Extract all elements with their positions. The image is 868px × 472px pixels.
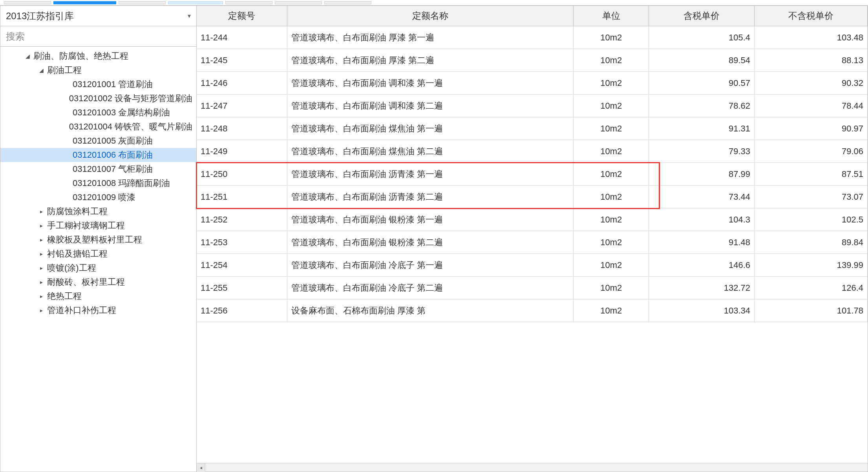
cell-unit: 10m2 — [574, 299, 649, 322]
search-input[interactable]: 搜索 — [0, 26, 196, 47]
category-tree[interactable]: ◢ 刷油、防腐蚀、绝热工程 ◢ 刷油工程 031201001 管道刷油03120… — [0, 47, 196, 472]
table-scroll[interactable]: 定额号 定额名称 单位 含税单价 不含税单价 11-244管道玻璃布、白布面刷油… — [197, 6, 868, 463]
top-tab-active[interactable] — [53, 1, 116, 4]
cell-price-tax: 90.57 — [649, 72, 755, 95]
tree-leaf-031201005[interactable]: 031201005 灰面刷油 — [0, 134, 196, 148]
tree-leaf-031201004[interactable]: 031201004 铸铁管、暖气片刷油 — [0, 120, 196, 134]
cell-name: 管道玻璃布、白布面刷油 冷底子 第一遍 — [287, 254, 573, 277]
col-header-price-notax[interactable]: 不含税单价 — [755, 6, 868, 26]
cell-unit: 10m2 — [574, 186, 649, 208]
col-header-unit[interactable]: 单位 — [574, 6, 649, 26]
table-row[interactable]: 11-250管道玻璃布、白布面刷油 沥青漆 第一遍10m287.9987.51 — [197, 163, 868, 186]
tree-node-collapsed[interactable]: ▸衬铅及搪铅工程 — [0, 247, 196, 261]
table-row[interactable]: 11-244管道玻璃布、白布面刷油 厚漆 第一遍10m2105.4103.48 — [197, 26, 868, 49]
expand-icon[interactable]: ▸ — [38, 293, 45, 299]
cell-code: 11-251 — [197, 186, 287, 208]
tree-node-collapsed[interactable]: ▸耐酸砖、板衬里工程 — [0, 275, 196, 289]
tree-leaf-label: 031201009 喷漆 — [73, 191, 135, 203]
tree-node-collapsed[interactable]: ▸橡胶板及塑料板衬里工程 — [0, 233, 196, 247]
collapse-icon[interactable]: ◢ — [38, 67, 45, 73]
cell-name: 管道玻璃布、白布面刷油 调和漆 第一遍 — [287, 72, 573, 95]
cell-price-notax: 78.44 — [755, 95, 868, 117]
expand-icon[interactable]: ▸ — [38, 279, 45, 285]
table-row[interactable]: 11-248管道玻璃布、白布面刷油 煤焦油 第一遍10m291.3190.97 — [197, 117, 868, 140]
table-row[interactable]: 11-251管道玻璃布、白布面刷油 沥青漆 第二遍10m273.4473.07 — [197, 186, 868, 208]
cell-code: 11-245 — [197, 49, 287, 72]
tree-leaf-label: 031201002 设备与矩形管道刷油 — [69, 93, 192, 104]
tree-leaf-label: 031201007 气柜刷油 — [73, 163, 153, 175]
tree-label: 耐酸砖、板衬里工程 — [47, 276, 125, 288]
cell-price-notax: 126.4 — [755, 277, 868, 299]
top-tab[interactable] — [324, 1, 371, 4]
cell-code: 11-244 — [197, 26, 287, 49]
cell-price-notax: 73.07 — [755, 186, 868, 208]
data-table-area: 定额号 定额名称 单位 含税单价 不含税单价 11-244管道玻璃布、白布面刷油… — [197, 6, 868, 472]
cell-price-tax: 79.33 — [649, 140, 755, 163]
table-row[interactable]: 11-252管道玻璃布、白布面刷油 银粉漆 第一遍10m2104.3102.5 — [197, 208, 868, 231]
cell-price-tax: 78.62 — [649, 95, 755, 117]
tree-node-collapsed[interactable]: ▸喷镀(涂)工程 — [0, 261, 196, 275]
table-row[interactable]: 11-254管道玻璃布、白布面刷油 冷底子 第一遍10m2146.6139.99 — [197, 254, 868, 277]
tree-leaf-031201006[interactable]: 031201006 布面刷油 — [0, 148, 196, 162]
tree-node-collapsed[interactable]: ▸防腐蚀涂料工程 — [0, 204, 196, 219]
collapse-icon[interactable]: ◢ — [24, 53, 31, 59]
cell-code: 11-246 — [197, 72, 287, 95]
tree-leaf-label: 031201006 布面刷油 — [73, 149, 153, 161]
cell-name: 管道玻璃布、白布面刷油 沥青漆 第一遍 — [287, 163, 573, 186]
tree-leaf-031201001[interactable]: 031201001 管道刷油 — [0, 77, 196, 91]
top-tab[interactable] — [225, 1, 272, 4]
horizontal-scrollbar[interactable]: ◂ — [197, 463, 868, 472]
cell-price-notax: 89.84 — [755, 231, 868, 254]
table-row[interactable]: 11-246管道玻璃布、白布面刷油 调和漆 第一遍10m290.5790.32 — [197, 72, 868, 95]
tree-node-collapsed[interactable]: ▸绝热工程 — [0, 289, 196, 303]
tree-leaf-label: 031201001 管道刷油 — [73, 78, 153, 90]
table-row[interactable]: 11-249管道玻璃布、白布面刷油 煤焦油 第二遍10m279.3379.06 — [197, 140, 868, 163]
cell-price-tax: 87.99 — [649, 163, 755, 186]
cell-price-notax: 101.78 — [755, 299, 868, 322]
cell-code: 11-248 — [197, 117, 287, 140]
tree-leaf-031201002[interactable]: 031201002 设备与矩形管道刷油 — [0, 91, 196, 106]
main-container: 2013江苏指引库 ▾ 搜索 ◢ 刷油、防腐蚀、绝热工程 ◢ 刷油工程 0312… — [0, 5, 868, 472]
cell-code: 11-255 — [197, 277, 287, 299]
table-row[interactable]: 11-253管道玻璃布、白布面刷油 银粉漆 第二遍10m291.4889.84 — [197, 231, 868, 254]
expand-icon[interactable]: ▸ — [38, 237, 45, 243]
expand-icon[interactable]: ▸ — [38, 251, 45, 257]
table-row[interactable]: 11-247管道玻璃布、白布面刷油 调和漆 第二遍10m278.6278.44 — [197, 95, 868, 117]
top-tab[interactable] — [119, 1, 166, 4]
tree-node-brushoil[interactable]: ◢ 刷油工程 — [0, 63, 196, 77]
cell-code: 11-253 — [197, 231, 287, 254]
top-tab[interactable] — [275, 1, 322, 4]
col-header-price-tax[interactable]: 含税单价 — [649, 6, 755, 26]
tree-leaf-031201003[interactable]: 031201003 金属结构刷油 — [0, 106, 196, 120]
tree-node-collapsed[interactable]: ▸手工糊衬玻璃钢工程 — [0, 219, 196, 233]
library-selected: 2013江苏指引库 — [6, 10, 74, 22]
cell-code: 11-254 — [197, 254, 287, 277]
tree-node-collapsed[interactable]: ▸管道补口补伤工程 — [0, 303, 196, 317]
col-header-name[interactable]: 定额名称 — [287, 6, 573, 26]
cell-price-tax: 146.6 — [649, 254, 755, 277]
expand-icon[interactable]: ▸ — [38, 307, 45, 313]
cell-name: 管道玻璃布、白布面刷油 沥青漆 第二遍 — [287, 186, 573, 208]
library-dropdown[interactable]: 2013江苏指引库 ▾ — [0, 6, 196, 26]
table-row[interactable]: 11-256设备麻布面、石棉布面刷油 厚漆 第10m2103.34101.78 — [197, 299, 868, 322]
top-tab[interactable] — [4, 1, 51, 4]
tree-leaf-label: 031201004 铸铁管、暖气片刷油 — [69, 121, 192, 133]
expand-icon[interactable]: ▸ — [38, 208, 45, 215]
tree-leaf-031201008[interactable]: 031201008 玛蹄酯面刷油 — [0, 176, 196, 190]
tree-label: 手工糊衬玻璃钢工程 — [47, 220, 125, 231]
tree-leaf-label: 031201005 灰面刷油 — [73, 135, 153, 147]
expand-icon[interactable]: ▸ — [38, 222, 45, 229]
tree-label: 刷油、防腐蚀、绝热工程 — [33, 50, 128, 62]
top-tab[interactable] — [168, 1, 223, 4]
quota-table: 定额号 定额名称 单位 含税单价 不含税单价 11-244管道玻璃布、白布面刷油… — [197, 6, 868, 322]
scroll-left-icon[interactable]: ◂ — [197, 463, 205, 472]
tree-node-root[interactable]: ◢ 刷油、防腐蚀、绝热工程 — [0, 49, 196, 63]
table-row[interactable]: 11-255管道玻璃布、白布面刷油 冷底子 第二遍10m2132.72126.4 — [197, 277, 868, 299]
table-row[interactable]: 11-245管道玻璃布、白布面刷油 厚漆 第二遍10m289.5488.13 — [197, 49, 868, 72]
tree-label: 绝热工程 — [47, 290, 82, 302]
tree-leaf-031201007[interactable]: 031201007 气柜刷油 — [0, 162, 196, 176]
tree-leaf-label: 031201003 金属结构刷油 — [73, 107, 170, 118]
expand-icon[interactable]: ▸ — [38, 265, 45, 271]
tree-leaf-031201009[interactable]: 031201009 喷漆 — [0, 190, 196, 204]
col-header-code[interactable]: 定额号 — [197, 6, 287, 26]
